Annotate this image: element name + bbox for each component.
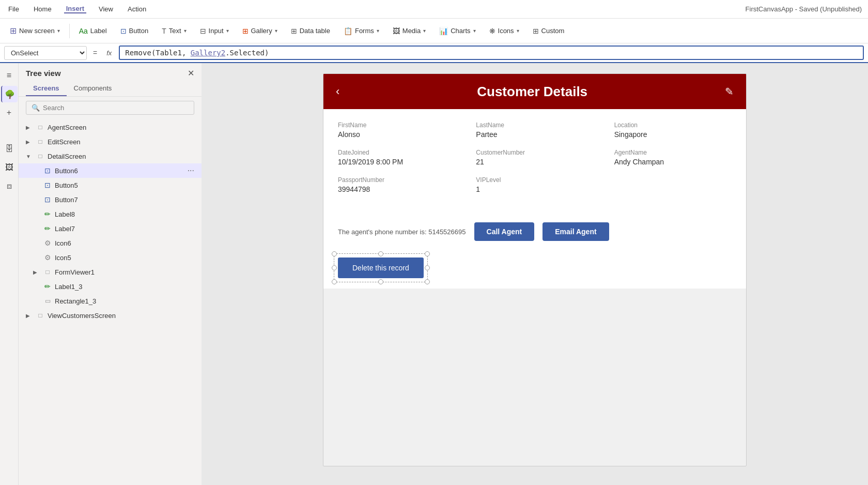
gallery-button[interactable]: ⊞ Gallery ▾ — [237, 24, 283, 38]
handle-tc[interactable] — [378, 251, 383, 256]
fields-row-2: DateJoined 10/19/2019 8:00 PM CustomerNu… — [338, 149, 732, 166]
forms-button[interactable]: 📋 Forms ▾ — [338, 24, 385, 38]
icon-icon: ⚙ — [42, 253, 53, 262]
tree-item-label7[interactable]: ✏ Label7 — [19, 221, 202, 236]
menu-view[interactable]: View — [97, 5, 115, 13]
menu-action[interactable]: Action — [126, 5, 148, 13]
close-sidebar-button[interactable]: ✕ — [188, 68, 194, 78]
button-icon: ⊡ — [42, 181, 53, 189]
handle-br[interactable] — [425, 279, 430, 284]
tree-view-title: Tree view — [26, 69, 61, 78]
item-label: FormViewer1 — [55, 268, 194, 276]
tree-item-label8[interactable]: ✏ Label8 — [19, 207, 202, 221]
screen-icon: □ — [35, 312, 45, 319]
menu-file[interactable]: File — [6, 5, 21, 13]
tree-item-rectangle1-3[interactable]: ▭ Rectangle1_3 — [19, 294, 202, 308]
tree-item-icon5[interactable]: ⚙ Icon5 — [19, 250, 202, 265]
handle-ml[interactable] — [332, 265, 337, 270]
equals-sign: = — [91, 49, 99, 57]
screen-icon: □ — [35, 138, 45, 145]
tree-item-agentscreen[interactable]: ▶ □ AgentScreen — [19, 120, 202, 134]
tree-view-icon[interactable]: 🌳 — [1, 86, 18, 102]
data-table-icon: ⊞ — [291, 27, 297, 35]
media-chevron: ▾ — [423, 28, 426, 34]
tab-components[interactable]: Components — [67, 81, 119, 96]
components-icon[interactable]: ⧈ — [1, 178, 18, 194]
handle-tl[interactable] — [332, 251, 337, 256]
handle-bl[interactable] — [332, 279, 337, 284]
icons-button[interactable]: ❋ Icons ▾ — [484, 24, 525, 38]
button-icon: ⊡ — [120, 27, 127, 35]
detail-title: Customer Details — [339, 84, 725, 100]
back-button[interactable]: ‹ — [336, 85, 339, 98]
new-screen-button[interactable]: ⊞ New screen ▾ — [4, 23, 66, 38]
fx-label: fx — [103, 49, 115, 57]
handle-bc[interactable] — [378, 279, 383, 284]
gallery-chevron: ▾ — [275, 28, 277, 34]
handle-tr[interactable] — [425, 251, 430, 256]
field-viplevel: VIPLevel 1 — [476, 176, 593, 193]
label-button[interactable]: Aa Label — [73, 24, 113, 38]
text-chevron: ▾ — [184, 28, 187, 34]
tree-item-detailscreen[interactable]: ▼ □ DetailScreen — [19, 149, 202, 163]
search-box[interactable]: 🔍 — [26, 101, 194, 115]
field-firstname: FirstName Alonso — [338, 122, 455, 139]
toolbar-divider-1 — [69, 24, 70, 38]
formula-highlight: Gallery2 — [191, 49, 225, 57]
field-value: 39944798 — [338, 185, 455, 193]
expand-arrow: ▼ — [26, 154, 33, 159]
media-button[interactable]: 🖼 Media ▾ — [387, 24, 431, 38]
tree-item-icon6[interactable]: ⚙ Icon6 — [19, 236, 202, 250]
field-agentname: AgentName Andy Champan — [614, 149, 732, 166]
field-label: VIPLevel — [476, 176, 593, 184]
rectangle-icon: ▭ — [42, 297, 53, 305]
tree-item-formviewer1[interactable]: ▶ □ FormViewer1 — [19, 265, 202, 279]
input-button[interactable]: ⊟ Input ▾ — [194, 24, 235, 38]
item-label: Button7 — [55, 196, 194, 204]
label-icon: ✏ — [42, 224, 53, 233]
item-label: Label7 — [55, 225, 194, 233]
menu-toggle-icon[interactable]: ≡ — [1, 67, 18, 84]
property-select[interactable]: OnSelect — [4, 46, 87, 60]
field-location: Location Singapore — [614, 122, 732, 139]
main-container: ≡ 🌳 + 🗄 🖼 ⧈ Tree view ✕ — [0, 63, 868, 485]
button-button[interactable]: ⊡ Button — [115, 24, 154, 38]
item-label: ViewCustomersScreen — [48, 312, 194, 320]
tree-item-viewcustomersscreen[interactable]: ▶ □ ViewCustomersScreen — [19, 308, 202, 323]
tree-header: Tree view ✕ — [19, 63, 202, 81]
menu-home[interactable]: Home — [32, 5, 54, 13]
tree-item-editscreen[interactable]: ▶ □ EditScreen — [19, 134, 202, 149]
more-options-button[interactable]: ··· — [188, 166, 194, 175]
edit-icon[interactable]: ✎ — [725, 85, 734, 98]
button-icon: ⊡ — [42, 195, 53, 204]
delete-record-button[interactable]: Delete this record — [338, 257, 424, 278]
item-label: DetailScreen — [48, 153, 194, 160]
call-agent-button[interactable]: Call Agent — [474, 222, 535, 241]
label-icon: Aa — [79, 27, 88, 35]
screen-icon: □ — [35, 153, 45, 160]
field-label: AgentName — [614, 149, 732, 156]
tree-item-button5[interactable]: ⊡ Button5 — [19, 178, 202, 192]
custom-button[interactable]: ⊞ Custom — [527, 24, 570, 38]
tree-item-button6[interactable]: ⊡ Button6 ··· — [19, 163, 202, 178]
data-table-button[interactable]: ⊞ Data table — [285, 24, 336, 38]
handle-mr[interactable] — [425, 265, 430, 270]
screen-icon: □ — [35, 124, 45, 131]
data-sources-icon[interactable]: 🗄 — [1, 141, 18, 157]
field-value: Partee — [476, 130, 593, 139]
email-agent-button[interactable]: Email Agent — [542, 222, 609, 241]
media-panel-icon[interactable]: 🖼 — [1, 159, 18, 176]
add-icon[interactable]: + — [1, 104, 18, 121]
formula-input[interactable]: Remove(Table1, Gallery2.Selected) — [119, 46, 864, 60]
text-icon: T — [162, 27, 166, 35]
search-input[interactable] — [43, 104, 189, 112]
menu-insert[interactable]: Insert — [64, 5, 86, 13]
charts-button[interactable]: 📊 Charts ▾ — [433, 24, 481, 38]
label-icon: ✏ — [42, 210, 53, 218]
tab-screens[interactable]: Screens — [26, 81, 67, 96]
tree-item-label1-3[interactable]: ✏ Label1_3 — [19, 279, 202, 294]
item-label: EditScreen — [48, 138, 194, 146]
tree-item-button7[interactable]: ⊡ Button7 — [19, 192, 202, 207]
text-button[interactable]: T Text ▾ — [156, 24, 192, 38]
sidebar-tabs: Screens Components — [19, 81, 202, 97]
